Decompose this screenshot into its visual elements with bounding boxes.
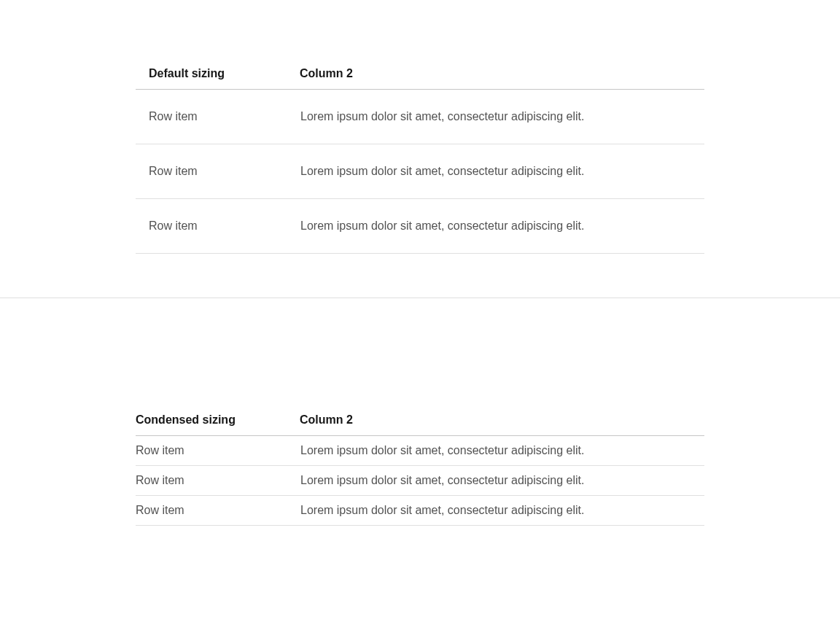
cell-row-label: Row item [136, 436, 300, 466]
table-row: Row item Lorem ipsum dolor sit amet, con… [136, 144, 704, 199]
cell-row-label: Row item [136, 199, 300, 254]
column-header: Column 2 [300, 61, 704, 90]
cell-description: Lorem ipsum dolor sit amet, consectetur … [300, 466, 704, 496]
cell-row-label: Row item [136, 144, 300, 199]
table-row: Row item Lorem ipsum dolor sit amet, con… [136, 466, 704, 496]
condensed-sizing-table: Condensed sizing Column 2 Row item Lorem… [136, 408, 704, 526]
table-row: Row item Lorem ipsum dolor sit amet, con… [136, 90, 704, 144]
table-header-row: Condensed sizing Column 2 [136, 408, 704, 436]
column-header: Column 2 [300, 408, 704, 436]
cell-row-label: Row item [136, 90, 300, 144]
table-row: Row item Lorem ipsum dolor sit amet, con… [136, 199, 704, 254]
table-header-row: Default sizing Column 2 [136, 61, 704, 90]
table-row: Row item Lorem ipsum dolor sit amet, con… [136, 436, 704, 466]
cell-description: Lorem ipsum dolor sit amet, consectetur … [300, 90, 704, 144]
cell-description: Lorem ipsum dolor sit amet, consectetur … [300, 496, 704, 526]
cell-description: Lorem ipsum dolor sit amet, consectetur … [300, 144, 704, 199]
cell-description: Lorem ipsum dolor sit amet, consectetur … [300, 436, 704, 466]
cell-description: Lorem ipsum dolor sit amet, consectetur … [300, 199, 704, 254]
cell-row-label: Row item [136, 496, 300, 526]
column-header: Default sizing [136, 61, 300, 90]
table-row: Row item Lorem ipsum dolor sit amet, con… [136, 496, 704, 526]
cell-row-label: Row item [136, 466, 300, 496]
column-header: Condensed sizing [136, 408, 300, 436]
default-sizing-table: Default sizing Column 2 Row item Lorem i… [136, 61, 704, 254]
